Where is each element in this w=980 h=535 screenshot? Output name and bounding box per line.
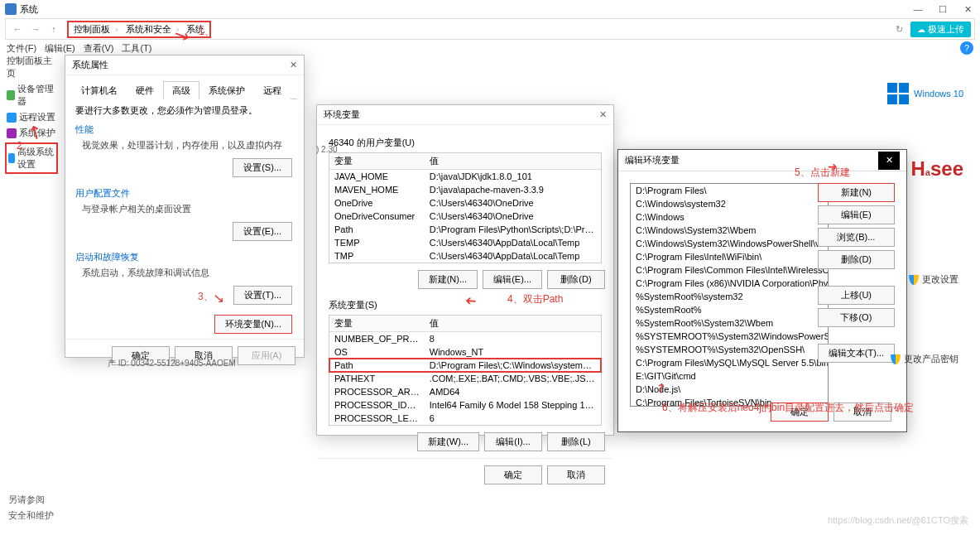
bg-version: ) 2.30 xyxy=(316,145,338,154)
col-var[interactable]: 变量 xyxy=(329,153,425,169)
list-item[interactable]: C:\Windows\system32 xyxy=(631,197,828,210)
tab-hardware[interactable]: 硬件 xyxy=(127,81,163,99)
close-icon[interactable]: ✕ xyxy=(599,109,607,120)
col-val[interactable]: 值 xyxy=(425,153,601,169)
sidebar-home[interactable]: 控制面板主页 xyxy=(5,53,58,81)
table-row[interactable]: NUMBER_OF_PROCESSORS8 xyxy=(329,332,601,345)
apply-button[interactable]: 应用(A) xyxy=(238,346,295,365)
edit-env-sidebuttons: 新建(N) 编辑(E) 浏览(B)... 删除(D) 上移(U) 下移(O) 编… xyxy=(818,183,895,363)
sidebar-device-manager[interactable]: 设备管理器 xyxy=(5,81,58,109)
path-list[interactable]: D:\Program Files\C:\Windows\system32C:\W… xyxy=(630,183,829,407)
table-row[interactable]: TMPC:\Users\46340\AppData\Local\Temp xyxy=(329,249,601,263)
user-del-button[interactable]: 删除(D) xyxy=(547,270,605,289)
cloud-icon: ☁ xyxy=(917,25,925,34)
movedown-button[interactable]: 下移(O) xyxy=(818,308,895,327)
windows-flag-icon xyxy=(887,83,909,104)
shield-icon xyxy=(909,275,919,285)
startup-settings-button[interactable]: 设置(T)... xyxy=(233,286,292,305)
table-row[interactable]: TEMPC:\Users\46340\AppData\Local\Temp xyxy=(329,236,601,249)
list-item[interactable]: C:\Windows\System32\WindowsPowerShell\v1… xyxy=(631,237,828,250)
user-edit-button[interactable]: 编辑(E)... xyxy=(483,270,542,289)
change-settings-link[interactable]: 更改设置 xyxy=(909,273,958,286)
profile-text: 与登录帐户相关的桌面设置 xyxy=(65,201,304,217)
sys-new-button[interactable]: 新建(W)... xyxy=(417,432,479,451)
close-button[interactable]: ✕ xyxy=(955,0,980,18)
table-row[interactable]: MAVEN_HOMED:\java\apache-maven-3.3.9 xyxy=(329,183,601,196)
security-maintenance-link[interactable]: 安全和维护 xyxy=(8,509,54,522)
window-title: 系统 xyxy=(20,3,38,16)
sys-edit-button[interactable]: 编辑(I)... xyxy=(484,432,542,451)
tab-computer-name[interactable]: 计算机名 xyxy=(72,81,127,99)
table-row[interactable]: OneDriveC:\Users\46340\OneDrive xyxy=(329,196,601,210)
table-row[interactable]: PROCESSOR_ARCHITECT...AMD64 xyxy=(329,385,601,398)
sidebar-remote[interactable]: 远程设置 xyxy=(5,109,58,125)
sys-del-button[interactable]: 删除(L) xyxy=(547,432,605,451)
table-row[interactable]: PROCESSOR_IDENTIFIERIntel64 Family 6 Mod… xyxy=(329,398,601,412)
perf-label: 性能 xyxy=(65,118,304,137)
table-row[interactable]: PROCESSOR_LEVEL6 xyxy=(329,412,601,425)
moveup-button[interactable]: 上移(U) xyxy=(818,286,895,305)
table-row[interactable]: PathD:\Program Files\Python\Scripts\;D:\… xyxy=(329,223,601,236)
list-item[interactable]: %SystemRoot%\System32\Wbem xyxy=(631,316,828,330)
list-item[interactable]: C:\Windows\System32\Wbem xyxy=(631,224,828,237)
list-item[interactable]: %SystemRoot% xyxy=(631,303,828,316)
delete-button[interactable]: 删除(D) xyxy=(818,250,895,269)
list-item[interactable]: %SYSTEMROOT%\System32\OpenSSH\ xyxy=(631,343,828,356)
tab-advanced[interactable]: 高级 xyxy=(163,81,199,99)
user-new-button[interactable]: 新建(N)... xyxy=(418,270,478,289)
col-val[interactable]: 值 xyxy=(425,316,601,331)
nav-up[interactable]: ↑ xyxy=(46,21,62,37)
list-item[interactable]: C:\Program Files (x86)\NVIDIA Corporatio… xyxy=(631,277,828,290)
tab-remote[interactable]: 远程 xyxy=(254,81,291,99)
new-button[interactable]: 新建(N) xyxy=(818,183,895,202)
csdn-watermark: https://blog.csdn.net/@61CTO搜索 xyxy=(828,514,968,527)
upload-button[interactable]: ☁极速上传 xyxy=(910,22,971,37)
list-item[interactable]: %SYSTEMROOT%\System32\WindowsPowerShell\… xyxy=(631,330,828,343)
table-row[interactable]: OneDriveConsumerC:\Users\46340\OneDrive xyxy=(329,210,601,223)
nav-forward[interactable]: → xyxy=(27,21,44,37)
menu-tools[interactable]: 工具(T) xyxy=(122,42,151,55)
see-also: 另请参阅 安全和维护 xyxy=(8,490,54,525)
annot-5: 5、点击新建 xyxy=(795,166,850,180)
change-key-link[interactable]: 更改产品密钥 xyxy=(891,353,958,365)
profile-settings-button[interactable]: 设置(E)... xyxy=(233,222,292,241)
refresh-icon[interactable]: ↻ xyxy=(891,21,907,37)
maximize-button[interactable]: ☐ xyxy=(930,0,955,18)
edit-button[interactable]: 编辑(E) xyxy=(818,205,895,224)
menu-view[interactable]: 查看(V) xyxy=(84,42,114,55)
edit-text-button[interactable]: 编辑文本(T)... xyxy=(818,344,895,363)
close-icon[interactable]: ✕ xyxy=(290,60,297,70)
table-row[interactable]: OSWindows_NT xyxy=(329,345,601,359)
list-item[interactable]: E:\GIT\Git\cmd xyxy=(631,369,828,383)
perf-text: 视觉效果，处理器计划，内存使用，以及虚拟内存 xyxy=(65,137,304,153)
sysprop-title: 系统属性✕ xyxy=(65,55,304,75)
list-item[interactable]: C:\Program Files\Common Files\Intel\Wire… xyxy=(631,263,828,277)
list-item[interactable]: C:\Windows xyxy=(631,210,828,224)
help-icon[interactable]: ? xyxy=(960,41,973,55)
see-also-label: 另请参阅 xyxy=(8,494,54,506)
table-row[interactable]: PathD:\Program Files\;C:\Windows\system3… xyxy=(329,359,601,372)
crumb-1[interactable]: 系统和安全 xyxy=(122,22,175,36)
tab-protect[interactable]: 系统保护 xyxy=(199,81,254,99)
list-item[interactable]: %SystemRoot%\system32 xyxy=(631,290,828,303)
perf-settings-button[interactable]: 设置(S)... xyxy=(233,158,292,177)
crumb-0[interactable]: 控制面板 xyxy=(70,22,113,36)
env-title: 环境变量✕ xyxy=(317,105,613,125)
col-var[interactable]: 变量 xyxy=(329,316,425,331)
table-row[interactable]: JAVA_HOMED:\java\JDK\jdk1.8.0_101 xyxy=(329,170,601,183)
table-row[interactable]: PATHEXT.COM;.EXE;.BAT;.CMD;.VBS;.VBE;.JS… xyxy=(329,372,601,385)
svg-rect-3 xyxy=(899,94,909,104)
nav-back[interactable]: ← xyxy=(9,21,26,37)
env-ok-button[interactable]: 确定 xyxy=(484,465,542,484)
browse-button[interactable]: 浏览(B)... xyxy=(818,228,895,247)
window-titlebar: 系统 xyxy=(0,0,980,18)
env-cancel-button[interactable]: 取消 xyxy=(547,465,605,484)
svg-rect-2 xyxy=(887,94,897,104)
list-item[interactable]: C:\Program Files\MySQL\MySQL Server 5.5\… xyxy=(631,356,828,369)
list-item[interactable]: D:\Program Files\ xyxy=(631,184,828,197)
env-vars-button[interactable]: 环境变量(N)... xyxy=(214,315,292,334)
list-item[interactable]: C:\Program Files\Intel\WiFi\bin\ xyxy=(631,250,828,263)
window-controls: — ☐ ✕ xyxy=(906,0,980,18)
minimize-button[interactable]: — xyxy=(906,0,930,18)
close-icon[interactable]: ✕ xyxy=(878,152,900,170)
